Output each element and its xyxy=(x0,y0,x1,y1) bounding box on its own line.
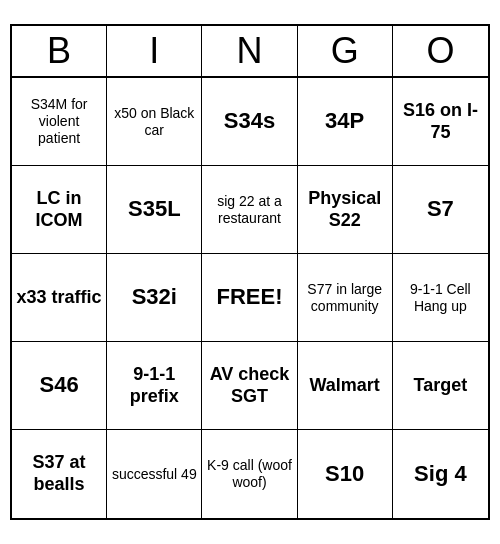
bingo-cell: S7 xyxy=(393,166,488,254)
bingo-cell: S34s xyxy=(202,78,297,166)
bingo-cell: S77 in large community xyxy=(298,254,393,342)
bingo-cell: S32i xyxy=(107,254,202,342)
bingo-cell: 9-1-1 prefix xyxy=(107,342,202,430)
bingo-cell: successful 49 xyxy=(107,430,202,518)
bingo-cell: S10 xyxy=(298,430,393,518)
bingo-cell: FREE! xyxy=(202,254,297,342)
bingo-cell: LC in ICOM xyxy=(12,166,107,254)
header-letter: G xyxy=(298,26,393,76)
bingo-cell: x33 traffic xyxy=(12,254,107,342)
bingo-cell: S46 xyxy=(12,342,107,430)
bingo-cell: K-9 call (woof woof) xyxy=(202,430,297,518)
bingo-cell: 9-1-1 Cell Hang up xyxy=(393,254,488,342)
bingo-cell: Sig 4 xyxy=(393,430,488,518)
bingo-cell: sig 22 at a restaurant xyxy=(202,166,297,254)
bingo-cell: Target xyxy=(393,342,488,430)
bingo-card: BINGO S34M for violent patientx50 on Bla… xyxy=(10,24,490,520)
bingo-cell: Walmart xyxy=(298,342,393,430)
bingo-grid: S34M for violent patientx50 on Black car… xyxy=(12,78,488,518)
bingo-cell: 34P xyxy=(298,78,393,166)
bingo-cell: AV check SGT xyxy=(202,342,297,430)
bingo-cell: x50 on Black car xyxy=(107,78,202,166)
bingo-cell: S35L xyxy=(107,166,202,254)
bingo-cell: Physical S22 xyxy=(298,166,393,254)
bingo-header: BINGO xyxy=(12,26,488,78)
bingo-cell: S37 at bealls xyxy=(12,430,107,518)
header-letter: I xyxy=(107,26,202,76)
header-letter: O xyxy=(393,26,488,76)
header-letter: B xyxy=(12,26,107,76)
bingo-cell: S34M for violent patient xyxy=(12,78,107,166)
bingo-cell: S16 on I-75 xyxy=(393,78,488,166)
header-letter: N xyxy=(202,26,297,76)
